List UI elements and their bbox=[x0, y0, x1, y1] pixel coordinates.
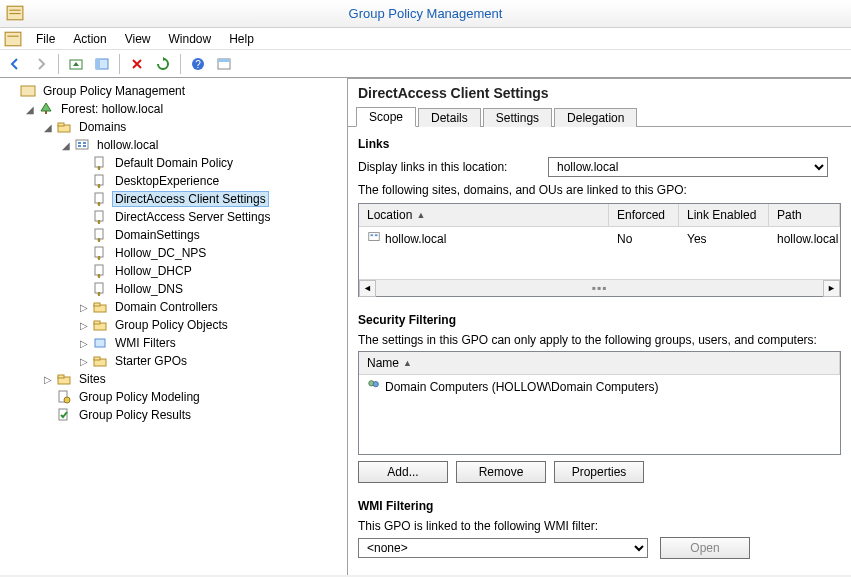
scroll-left-icon[interactable]: ◄ bbox=[359, 280, 376, 297]
tree-gpo-desktop-experience[interactable]: DesktopExperience bbox=[76, 172, 347, 190]
domain-link-icon bbox=[367, 230, 381, 247]
starter-gpo-icon bbox=[92, 353, 108, 369]
svg-rect-27 bbox=[95, 265, 103, 275]
security-list-header: Name▲ bbox=[359, 352, 840, 375]
links-list[interactable]: Location▲ Enforced Link Enabled Path hol… bbox=[358, 203, 841, 297]
menu-window[interactable]: Window bbox=[161, 30, 220, 48]
svg-rect-33 bbox=[95, 339, 105, 347]
gpo-link-icon bbox=[92, 209, 108, 225]
wmi-filter-select[interactable]: <none> bbox=[358, 538, 648, 558]
tree-sites[interactable]: ▷Sites bbox=[40, 370, 347, 388]
tab-delegation[interactable]: Delegation bbox=[554, 108, 637, 127]
expander-closed-icon[interactable]: ▷ bbox=[78, 355, 90, 367]
domain-icon bbox=[74, 137, 90, 153]
security-row[interactable]: Domain Computers (HOLLOW\Domain Computer… bbox=[359, 375, 840, 398]
svg-rect-1 bbox=[9, 10, 20, 11]
tree-domains[interactable]: ◢ Domains bbox=[40, 118, 347, 136]
toolbar-separator bbox=[180, 54, 181, 74]
tree-domain[interactable]: ◢ hollow.local bbox=[58, 136, 347, 154]
tree-gpo-directaccess-server[interactable]: DirectAccess Server Settings bbox=[76, 208, 347, 226]
tree-forest[interactable]: ◢ Forest: hollow.local bbox=[22, 100, 347, 118]
expander-closed-icon[interactable]: ▷ bbox=[78, 337, 90, 349]
display-links-location[interactable]: hollow.local bbox=[548, 157, 828, 177]
links-list-header: Location▲ Enforced Link Enabled Path bbox=[359, 204, 840, 227]
gpo-container-icon bbox=[92, 317, 108, 333]
ou-icon bbox=[92, 299, 108, 315]
tab-details[interactable]: Details bbox=[418, 108, 481, 127]
forest-icon bbox=[38, 101, 54, 117]
expander-closed-icon[interactable]: ▷ bbox=[42, 373, 54, 385]
menu-help[interactable]: Help bbox=[221, 30, 262, 48]
expander-open-icon[interactable]: ◢ bbox=[42, 121, 54, 133]
col-link-enabled[interactable]: Link Enabled bbox=[679, 204, 769, 226]
svg-rect-26 bbox=[95, 247, 103, 257]
wmi-icon bbox=[92, 335, 108, 351]
expander-closed-icon[interactable]: ▷ bbox=[78, 319, 90, 331]
menu-file[interactable]: File bbox=[28, 30, 63, 48]
tree-wmi-filters[interactable]: ▷WMI Filters bbox=[76, 334, 347, 352]
tree-root[interactable]: Group Policy Management bbox=[4, 82, 347, 100]
help-button[interactable]: ? bbox=[187, 53, 209, 75]
modeling-icon bbox=[56, 389, 72, 405]
menu-view[interactable]: View bbox=[117, 30, 159, 48]
svg-rect-7 bbox=[96, 59, 100, 69]
tree-root-label: Group Policy Management bbox=[40, 83, 188, 99]
links-row[interactable]: hollow.local No Yes hollow.local bbox=[359, 227, 840, 250]
col-location[interactable]: Location▲ bbox=[359, 204, 609, 226]
col-path[interactable]: Path bbox=[769, 204, 840, 226]
svg-rect-28 bbox=[95, 283, 103, 293]
expander-open-icon[interactable]: ◢ bbox=[60, 139, 72, 151]
svg-rect-21 bbox=[95, 157, 103, 167]
tree-modeling[interactable]: Group Policy Modeling bbox=[40, 388, 347, 406]
tree-gpo-default-domain[interactable]: Default Domain Policy bbox=[76, 154, 347, 172]
tab-settings[interactable]: Settings bbox=[483, 108, 552, 127]
menu-bar: File Action View Window Help bbox=[0, 28, 851, 50]
expander-open-icon[interactable]: ◢ bbox=[24, 103, 36, 115]
add-button[interactable]: Add... bbox=[358, 461, 448, 483]
tree-gpo-hollow-dhcp[interactable]: Hollow_DHCP bbox=[76, 262, 347, 280]
tree-starter-gpos[interactable]: ▷Starter GPOs bbox=[76, 352, 347, 370]
svg-rect-2 bbox=[9, 13, 20, 14]
gpo-link-icon bbox=[92, 173, 108, 189]
links-header: Links bbox=[358, 137, 841, 151]
tab-scope[interactable]: Scope bbox=[356, 107, 416, 127]
domains-icon bbox=[56, 119, 72, 135]
horizontal-scrollbar[interactable]: ◄ ▪▪▪ ► bbox=[359, 279, 840, 296]
svg-rect-20 bbox=[83, 145, 86, 147]
tree-gpo-hollow-dc-nps[interactable]: Hollow_DC_NPS bbox=[76, 244, 347, 262]
tree-gpo-domain-settings[interactable]: DomainSettings bbox=[76, 226, 347, 244]
tree-domain-controllers[interactable]: ▷Domain Controllers bbox=[76, 298, 347, 316]
menu-action[interactable]: Action bbox=[65, 30, 114, 48]
forward-button[interactable] bbox=[30, 53, 52, 75]
properties-button[interactable]: Properties bbox=[554, 461, 644, 483]
show-hide-tree-button[interactable] bbox=[91, 53, 113, 75]
properties-button[interactable] bbox=[213, 53, 235, 75]
tree-gpo-directaccess-client[interactable]: DirectAccess Client Settings bbox=[76, 190, 347, 208]
col-enforced[interactable]: Enforced bbox=[609, 204, 679, 226]
console-root-icon bbox=[20, 83, 36, 99]
refresh-button[interactable] bbox=[152, 53, 174, 75]
back-button[interactable] bbox=[4, 53, 26, 75]
delete-button[interactable] bbox=[126, 53, 148, 75]
tree-results[interactable]: Group Policy Results bbox=[40, 406, 347, 424]
scroll-right-icon[interactable]: ► bbox=[823, 280, 840, 297]
security-list[interactable]: Name▲ Domain Computers (HOLLOW\Domain Co… bbox=[358, 351, 841, 455]
scroll-grip-icon[interactable]: ▪▪▪ bbox=[592, 281, 608, 295]
expander-closed-icon[interactable]: ▷ bbox=[78, 301, 90, 313]
expander-icon[interactable] bbox=[6, 85, 18, 97]
tree-pane[interactable]: Group Policy Management ◢ Forest: hollow… bbox=[0, 78, 348, 575]
col-name[interactable]: Name▲ bbox=[359, 352, 840, 374]
wmi-open-button[interactable]: Open bbox=[660, 537, 750, 559]
console-tree[interactable]: Group Policy Management ◢ Forest: hollow… bbox=[0, 82, 347, 424]
tree-gpo-hollow-dns[interactable]: Hollow_DNS bbox=[76, 280, 347, 298]
toolbar-separator bbox=[119, 54, 120, 74]
tree-forest-label: Forest: hollow.local bbox=[58, 101, 166, 117]
svg-rect-18 bbox=[83, 142, 86, 144]
svg-rect-23 bbox=[95, 193, 103, 203]
remove-button[interactable]: Remove bbox=[456, 461, 546, 483]
group-icon bbox=[367, 378, 381, 395]
up-button[interactable] bbox=[65, 53, 87, 75]
tree-gpo-objects[interactable]: ▷Group Policy Objects bbox=[76, 316, 347, 334]
security-desc: The settings in this GPO can only apply … bbox=[358, 333, 841, 347]
svg-rect-25 bbox=[95, 229, 103, 239]
